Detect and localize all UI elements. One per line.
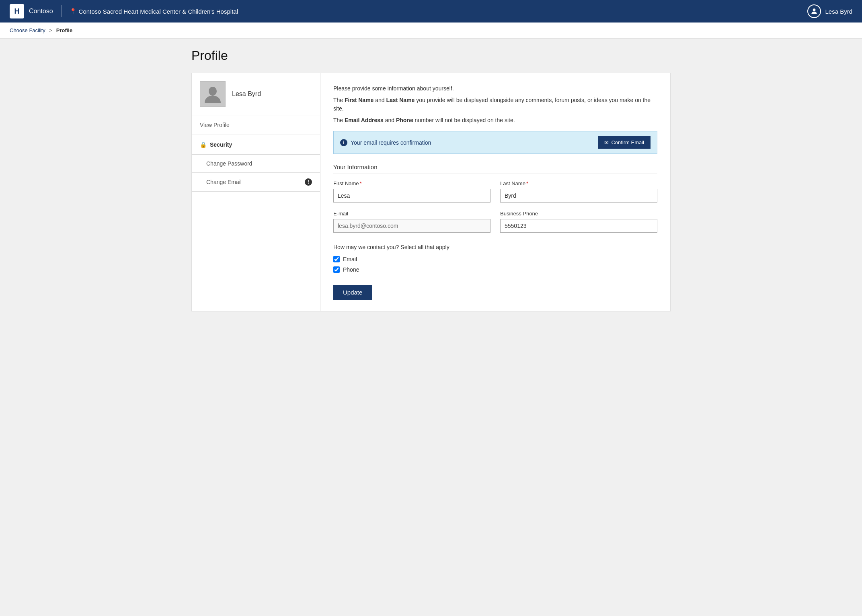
- email-checkbox-label: Email: [343, 256, 357, 262]
- email-address-bold: Email Address: [345, 117, 384, 123]
- sidebar-security-header: 🔒 Security: [192, 135, 320, 155]
- email-checkbox[interactable]: [333, 256, 340, 262]
- sidebar-item-change-email[interactable]: Change Email !: [192, 173, 320, 192]
- phone-checkbox[interactable]: [333, 266, 340, 273]
- email-label: E-mail: [333, 211, 491, 217]
- svg-point-0: [813, 8, 816, 11]
- email-group: E-mail: [333, 211, 491, 233]
- sidebar-profile-box: Lesa Byrd: [192, 73, 320, 115]
- email-checkbox-row: Email: [333, 256, 657, 262]
- email-icon: ✉: [604, 139, 609, 145]
- phone-checkbox-label: Phone: [343, 266, 359, 273]
- first-name-label: First Name*: [333, 180, 491, 186]
- location-icon: 📍: [70, 8, 76, 14]
- first-name-group: First Name*: [333, 180, 491, 203]
- sidebar-item-view-profile[interactable]: View Profile: [192, 115, 320, 135]
- email-confirmation-alert: i Your email requires confirmation ✉ Con…: [333, 131, 657, 154]
- main-content: Please provide some information about yo…: [320, 73, 670, 311]
- intro-line3: The Email Address and Phone number will …: [333, 116, 657, 125]
- app-logo: H: [10, 4, 24, 18]
- last-name-bold: Last Name: [386, 97, 415, 103]
- intro-line1: Please provide some information about yo…: [333, 84, 657, 93]
- alert-left: i Your email requires confirmation: [340, 139, 431, 146]
- content-layout: Lesa Byrd View Profile 🔒 Security Change…: [191, 73, 671, 311]
- contact-preferences-section: How may we contact you? Select all that …: [333, 244, 657, 300]
- alert-message: Your email requires confirmation: [351, 139, 431, 146]
- security-label: Security: [210, 141, 232, 148]
- last-name-label: Last Name*: [500, 180, 657, 186]
- last-name-group: Last Name*: [500, 180, 657, 203]
- name-row: First Name* Last Name*: [333, 180, 657, 203]
- change-email-label: Change Email: [206, 179, 242, 185]
- your-information-title: Your Information: [333, 164, 657, 174]
- confirm-email-label: Confirm Email: [611, 139, 644, 145]
- contact-row: E-mail Business Phone: [333, 211, 657, 233]
- breadcrumb-parent[interactable]: Choose Facility: [10, 27, 45, 33]
- breadcrumb: Choose Facility > Profile: [0, 23, 862, 39]
- first-name-bold: First Name: [345, 97, 374, 103]
- sidebar-user-name: Lesa Byrd: [232, 90, 261, 98]
- sidebar-item-change-password[interactable]: Change Password: [192, 155, 320, 173]
- user-avatar: [807, 4, 821, 18]
- intro-line2: The First Name and Last Name you provide…: [333, 96, 657, 113]
- phone-input[interactable]: [500, 219, 657, 233]
- breadcrumb-current: Profile: [56, 27, 72, 33]
- user-name-header: Lesa Byrd: [825, 8, 852, 15]
- change-password-label: Change Password: [206, 160, 252, 167]
- main-container: Profile Lesa Byrd View Profile 🔒 Securit…: [182, 39, 680, 321]
- header-right: Lesa Byrd: [807, 4, 852, 18]
- update-button[interactable]: Update: [333, 285, 372, 300]
- header-divider: [61, 5, 62, 17]
- svg-point-1: [209, 87, 217, 96]
- facility-name: 📍 Contoso Sacred Heart Medical Center & …: [70, 8, 238, 15]
- header-left: H Contoso 📍 Contoso Sacred Heart Medical…: [10, 4, 238, 18]
- lock-icon: 🔒: [200, 141, 207, 148]
- header: H Contoso 📍 Contoso Sacred Heart Medical…: [0, 0, 862, 23]
- contact-question: How may we contact you? Select all that …: [333, 244, 657, 250]
- warning-icon: !: [305, 178, 312, 186]
- email-input[interactable]: [333, 219, 491, 233]
- phone-checkbox-row: Phone: [333, 266, 657, 273]
- last-name-input[interactable]: [500, 189, 657, 203]
- breadcrumb-separator: >: [49, 27, 53, 33]
- phone-bold: Phone: [396, 117, 413, 123]
- update-button-label: Update: [343, 289, 362, 296]
- app-name: Contoso: [29, 8, 53, 15]
- page-title: Profile: [191, 48, 671, 63]
- phone-group: Business Phone: [500, 211, 657, 233]
- view-profile-label: View Profile: [200, 122, 230, 128]
- avatar: [200, 81, 226, 107]
- phone-label: Business Phone: [500, 211, 657, 217]
- first-name-required: *: [360, 180, 362, 186]
- confirm-email-button[interactable]: ✉ Confirm Email: [598, 136, 651, 149]
- info-icon: i: [340, 139, 347, 146]
- first-name-input[interactable]: [333, 189, 491, 203]
- sidebar: Lesa Byrd View Profile 🔒 Security Change…: [192, 73, 320, 311]
- last-name-required: *: [526, 180, 528, 186]
